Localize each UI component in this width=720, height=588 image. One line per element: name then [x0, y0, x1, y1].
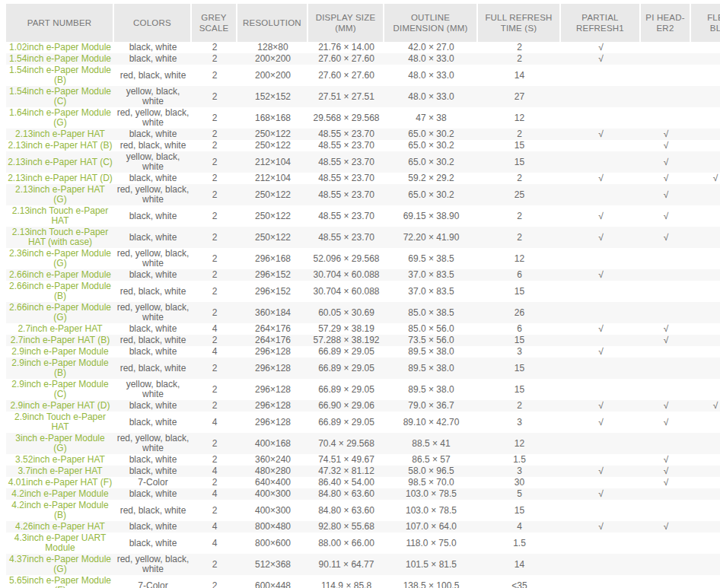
cell-grey: 4 [192, 412, 237, 433]
cell-grey: 2 [192, 554, 237, 575]
cell-colors: red, black, white [114, 358, 192, 379]
cell-refresh: 4 [478, 521, 561, 532]
cell-colors: black, white [114, 129, 192, 140]
cell-flexible [691, 466, 720, 477]
cell-part: 2.9inch e-Paper Module [6, 346, 114, 358]
cell-part: 4.37inch e-Paper Module (G) [6, 554, 114, 575]
cell-resolution: 640×400 [237, 477, 308, 488]
check-mark-icon: √ [664, 189, 669, 200]
cell-piheader: √ [641, 140, 691, 151]
cell-refresh: 15 [478, 151, 561, 173]
table-row: 4.2inch e-Paper Moduleblack, white4400×3… [6, 488, 720, 500]
cell-grey: 2 [192, 302, 237, 323]
cell-colors: black, white [114, 346, 192, 358]
product-link[interactable]: 2.9inch Touch e-Paper HAT [14, 412, 106, 432]
product-link[interactable]: 2.9inch e-Paper Module (B) [11, 358, 108, 378]
product-link[interactable]: 1.54inch e-Paper Module (C) [9, 86, 111, 106]
cell-part: 3.7inch e-Paper HAT [6, 466, 114, 477]
cell-piheader: √ [641, 151, 691, 173]
product-link[interactable]: 4.2inch e-Paper Module (B) [11, 500, 108, 520]
product-link[interactable]: 3.52inch e-Paper HAT [15, 454, 105, 465]
table-row: 4.26inch e-Paper HATblack, white4800×480… [6, 521, 720, 532]
cell-flexible [691, 500, 720, 521]
cell-part: 2.13inch e-Paper HAT (B) [6, 140, 114, 151]
product-link[interactable]: 2.66inch e-Paper Module [9, 269, 111, 280]
cell-partial: √ [561, 400, 641, 412]
cell-colors: black, white [114, 454, 192, 466]
cell-flexible [691, 433, 720, 454]
product-link[interactable]: 1.02inch e-Paper Module [9, 42, 111, 52]
product-link[interactable]: 1.64inch e-Paper Module (G) [9, 107, 111, 128]
product-link[interactable]: 3inch e-Paper Module (G) [15, 433, 104, 453]
cell-resolution: 296×128 [237, 379, 308, 400]
cell-refresh: 1.5 [478, 532, 561, 554]
cell-flexible [691, 269, 720, 281]
cell-piheader: √ [641, 521, 691, 532]
product-link[interactable]: 2.36inch e-Paper Module (G) [9, 248, 111, 269]
table-row: 1.54inch e-Paper Moduleblack, white2200×… [6, 53, 720, 65]
cell-outline: 98.5 × 70.0 [384, 477, 478, 488]
cell-outline: 65.0 × 30.2 [384, 140, 478, 151]
product-link[interactable]: 2.66inch e-Paper Module (B) [9, 281, 111, 301]
check-mark-icon: √ [598, 417, 604, 427]
cell-grey: 2 [192, 269, 237, 281]
cell-part: 2.66inch e-Paper Module (B) [6, 281, 114, 302]
check-mark-icon: √ [664, 335, 669, 345]
cell-partial [561, 281, 641, 302]
product-link[interactable]: 4.2inch e-Paper Module [11, 488, 108, 499]
cell-colors: yellow, black, white [114, 86, 192, 107]
cell-refresh: 6 [478, 323, 561, 335]
cell-colors: red, yellow, black, white [114, 184, 192, 205]
check-mark-icon: √ [664, 521, 669, 532]
product-link[interactable]: 2.7inch e-Paper HAT (B) [11, 335, 110, 345]
table-wrapper: PART NUMBERCOLORSGREY SCALERESOLUTIONDIS… [0, 0, 720, 588]
cell-refresh: 14 [478, 554, 561, 575]
product-link[interactable]: 4.37inch e-Paper Module (G) [9, 554, 111, 574]
product-link[interactable]: 5.65inch e-Paper Module (F) [9, 575, 111, 588]
cell-piheader [641, 433, 691, 454]
cell-grey: 2 [192, 227, 237, 248]
product-link[interactable]: 2.66inch e-Paper Module (G) [9, 302, 111, 323]
product-link[interactable]: 4.26inch e-Paper HAT [15, 521, 105, 532]
cell-partial: √ [561, 488, 641, 500]
product-link[interactable]: 2.9inch e-Paper Module (C) [11, 379, 108, 399]
product-link[interactable]: 3.7inch e-Paper HAT [18, 466, 102, 476]
product-link[interactable]: 4.3inch e-Paper UART Module [14, 532, 107, 553]
product-link[interactable]: 4.01inch e-Paper HAT (F) [8, 477, 112, 488]
cell-outline: 37.0 × 83.5 [384, 281, 478, 302]
cell-flexible [691, 86, 720, 107]
cell-refresh: 15 [478, 358, 561, 379]
cell-colors: black, white [114, 488, 192, 500]
cell-refresh: 2 [478, 42, 561, 53]
cell-resolution: 296×168 [237, 248, 308, 269]
cell-part: 2.13inch Touch e-Paper HAT [6, 205, 114, 227]
product-link[interactable]: 1.54inch e-Paper Module [9, 53, 111, 64]
product-link[interactable]: 2.9inch e-Paper Module [11, 346, 108, 357]
cell-grey: 2 [192, 379, 237, 400]
cell-refresh: 15 [478, 500, 561, 521]
product-link[interactable]: 2.13inch e-Paper HAT (D) [8, 173, 113, 183]
cell-partial [561, 140, 641, 151]
check-mark-icon: √ [664, 129, 669, 139]
product-link[interactable]: 2.13inch e-Paper HAT (B) [8, 140, 113, 151]
product-link[interactable]: 2.7inch e-Paper HAT [18, 323, 102, 334]
product-link[interactable]: 2.13inch Touch e-Paper HAT [12, 205, 109, 226]
table-row: 2.9inch Touch e-Paper HATblack, white429… [6, 412, 720, 433]
product-link[interactable]: 1.54inch e-Paper Module (B) [9, 65, 111, 85]
cell-flexible [691, 205, 720, 227]
cell-display: 52.096 × 29.568 [308, 248, 384, 269]
cell-flexible [691, 129, 720, 140]
cell-part: 2.66inch e-Paper Module [6, 269, 114, 281]
product-link[interactable]: 2.13inch Touch e-Paper HAT (with case) [12, 227, 109, 247]
cell-piheader: √ [641, 205, 691, 227]
cell-colors: black, white [114, 173, 192, 184]
cell-refresh: 30 [478, 477, 561, 488]
product-link[interactable]: 2.9inch e-Paper HAT (D) [11, 400, 110, 411]
product-link[interactable]: 2.13inch e-Paper HAT (G) [15, 184, 105, 205]
product-link[interactable]: 2.13inch e-Paper HAT [15, 129, 105, 139]
cell-partial [561, 500, 641, 521]
cell-display: 48.55 × 23.70 [308, 173, 384, 184]
cell-resolution: 480×280 [237, 466, 308, 477]
cell-part: 5.65inch e-Paper Module (F) [6, 575, 114, 588]
product-link[interactable]: 2.13inch e-Paper HAT (C) [8, 157, 113, 167]
